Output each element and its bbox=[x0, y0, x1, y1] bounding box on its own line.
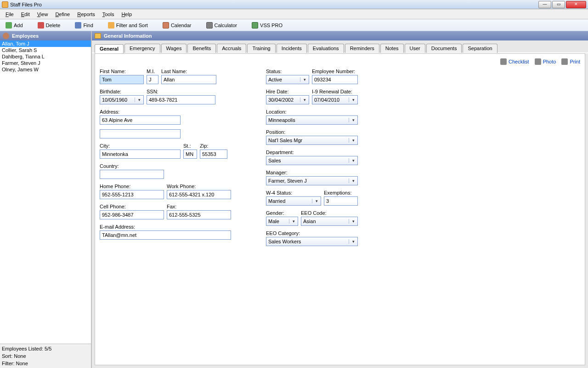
mi-label: M.I. bbox=[147, 69, 158, 74]
i9-date-picker[interactable]: 07/04/2010 bbox=[312, 95, 358, 104]
last-name-input[interactable] bbox=[161, 75, 216, 84]
gender-select[interactable]: Male bbox=[266, 217, 298, 226]
position-label: Position: bbox=[266, 129, 358, 135]
ssn-input[interactable] bbox=[147, 95, 215, 104]
zip-input[interactable] bbox=[200, 150, 227, 159]
tab-user[interactable]: User bbox=[405, 44, 425, 53]
listed-value: 5/5 bbox=[45, 346, 51, 351]
tab-general[interactable]: General bbox=[95, 44, 124, 53]
toolbar: Add Delete Find Filter and Sort Calendar… bbox=[0, 19, 588, 31]
calculator-icon bbox=[206, 22, 213, 29]
birthdate-picker[interactable]: 10/05/1960 bbox=[100, 95, 144, 104]
window-minimize-button[interactable]: — bbox=[538, 1, 551, 8]
employee-list-item[interactable]: Olney, James W bbox=[0, 66, 91, 73]
toolbar-delete-button[interactable]: Delete bbox=[34, 21, 64, 29]
tab-accruals[interactable]: Accruals bbox=[217, 44, 246, 53]
action-bar: Checklist Photo Print bbox=[100, 57, 580, 69]
zip-label: Zip: bbox=[200, 143, 227, 149]
main-title: General Information bbox=[104, 33, 152, 39]
home-phone-input[interactable] bbox=[100, 190, 164, 199]
menu-help[interactable]: Help bbox=[118, 11, 136, 18]
hire-date-label: Hire Date: bbox=[266, 89, 309, 94]
tab-wages[interactable]: Wages bbox=[161, 44, 187, 53]
location-label: Location: bbox=[266, 109, 358, 115]
toolbar-vsspro-button[interactable]: VSS PRO bbox=[248, 21, 286, 29]
photo-icon bbox=[535, 58, 541, 65]
print-link[interactable]: Print bbox=[561, 58, 580, 65]
city-input[interactable] bbox=[100, 150, 181, 159]
checklist-link[interactable]: Checklist bbox=[500, 58, 529, 65]
menu-edit[interactable]: Edit bbox=[17, 11, 34, 18]
employees-sidebar: Employees Allan, Tom J Collier, Sarah S … bbox=[0, 31, 92, 368]
menu-tools[interactable]: Tools bbox=[99, 11, 118, 18]
employee-list-item[interactable]: Allan, Tom J bbox=[0, 40, 91, 47]
i9-label: I-9 Renewal Date: bbox=[312, 89, 358, 94]
toolbar-find-button[interactable]: Find bbox=[71, 21, 96, 29]
mi-input[interactable] bbox=[147, 75, 158, 84]
manager-label: Manager: bbox=[266, 170, 358, 175]
employee-list-item[interactable]: Collier, Sarah S bbox=[0, 47, 91, 53]
window-close-button[interactable]: ✕ bbox=[566, 1, 586, 8]
position-select[interactable]: Nat'l Sales Mgr bbox=[266, 136, 358, 145]
vsspro-icon bbox=[252, 22, 258, 29]
cell-phone-input[interactable] bbox=[100, 210, 164, 219]
sidebar-header: Employees bbox=[0, 31, 91, 40]
fax-input[interactable] bbox=[167, 210, 231, 219]
eeo-code-select[interactable]: Asian bbox=[301, 217, 358, 226]
work-phone-input[interactable] bbox=[167, 190, 231, 199]
toolbar-calculator-button[interactable]: Calculator bbox=[203, 21, 241, 29]
employee-list-item[interactable]: Dahlberg, Tianna L bbox=[0, 53, 91, 60]
tab-documents[interactable]: Documents bbox=[426, 44, 462, 53]
toolbar-find-label: Find bbox=[83, 23, 93, 28]
w4-select[interactable]: Married bbox=[266, 196, 321, 206]
eeo-category-select[interactable]: Sales Workers bbox=[266, 237, 358, 246]
address2-input[interactable] bbox=[100, 129, 181, 138]
employee-list[interactable]: Allan, Tom J Collier, Sarah S Dahlberg, … bbox=[0, 40, 91, 344]
address1-input[interactable] bbox=[100, 115, 181, 125]
employee-list-item[interactable]: Farmer, Steven J bbox=[0, 60, 91, 66]
tab-reminders[interactable]: Reminders bbox=[345, 44, 379, 53]
manager-select[interactable]: Farmer, Steven J bbox=[266, 176, 358, 185]
menu-reports[interactable]: Reports bbox=[74, 11, 99, 18]
filter-icon bbox=[108, 22, 114, 29]
find-icon bbox=[75, 22, 81, 29]
tab-separation[interactable]: Separation bbox=[463, 44, 497, 53]
tab-training[interactable]: Training bbox=[247, 44, 275, 53]
tab-evaluations[interactable]: Evaluations bbox=[308, 44, 344, 53]
menu-define[interactable]: Define bbox=[51, 11, 74, 18]
status-select[interactable]: Active bbox=[266, 75, 309, 84]
window-maximize-button[interactable]: ▭ bbox=[552, 1, 565, 8]
toolbar-calendar-button[interactable]: Calendar bbox=[159, 21, 195, 29]
tab-incidents[interactable]: Incidents bbox=[277, 44, 307, 53]
add-icon bbox=[6, 22, 12, 29]
location-select[interactable]: Minneapolis bbox=[266, 115, 358, 125]
menu-file[interactable]: File bbox=[2, 11, 17, 18]
eeo-code-label: EEO Code: bbox=[301, 210, 358, 216]
exemptions-input[interactable] bbox=[324, 196, 358, 206]
department-select[interactable]: Sales bbox=[266, 156, 358, 165]
hire-date-picker[interactable]: 30/04/2002 bbox=[266, 95, 309, 104]
photo-link[interactable]: Photo bbox=[535, 58, 556, 65]
first-name-input[interactable] bbox=[100, 75, 144, 84]
tab-benefits[interactable]: Benefits bbox=[187, 44, 216, 53]
status-label: Status: bbox=[266, 69, 309, 74]
toolbar-add-label: Add bbox=[14, 23, 23, 28]
tab-content: Checklist Photo Print First Name: M.I. L… bbox=[95, 53, 585, 365]
toolbar-add-button[interactable]: Add bbox=[2, 21, 27, 29]
first-name-label: First Name: bbox=[100, 69, 144, 74]
menu-view[interactable]: View bbox=[34, 11, 52, 18]
main-area: General Information General Emergency Wa… bbox=[92, 31, 588, 368]
print-icon bbox=[561, 58, 568, 65]
tab-notes[interactable]: Notes bbox=[380, 44, 404, 53]
ssn-label: SSN: bbox=[147, 89, 215, 94]
home-phone-label: Home Phone: bbox=[100, 184, 164, 189]
toolbar-filtersort-button[interactable]: Filter and Sort bbox=[104, 21, 152, 29]
email-input[interactable] bbox=[100, 230, 231, 240]
emp-no-input[interactable] bbox=[312, 75, 358, 84]
tab-emergency[interactable]: Emergency bbox=[124, 44, 160, 53]
st-input[interactable] bbox=[183, 150, 197, 159]
country-input[interactable] bbox=[100, 170, 164, 179]
gender-label: Gender: bbox=[266, 210, 298, 216]
exemptions-label: Exemptions: bbox=[324, 190, 358, 196]
filter-label: Filter: bbox=[2, 361, 15, 366]
